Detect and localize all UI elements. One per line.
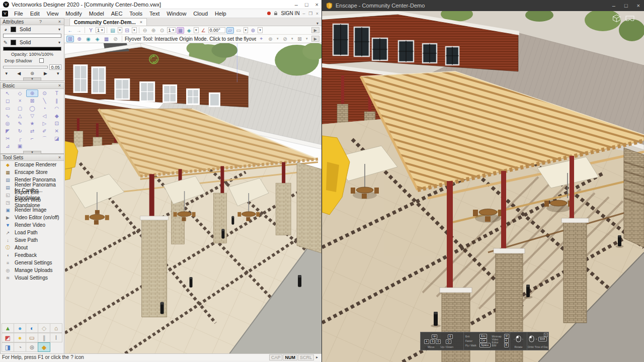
forward-view-button[interactable]: → — [75, 28, 83, 33]
select-similar-tool[interactable]: ▷ — [38, 120, 50, 127]
menu-text[interactable]: Text — [146, 10, 163, 17]
selection-tool[interactable]: ↖ — [2, 89, 14, 97]
view-number-select[interactable]: 1▾ — [96, 27, 105, 33]
fill-style-select[interactable]: Solid▾ — [18, 26, 62, 33]
menu-view[interactable]: View — [43, 10, 62, 17]
toolset-item-enscape-renderer[interactable]: ◆Enscape Renderer — [1, 161, 64, 168]
delete-tool[interactable]: × — [14, 97, 26, 105]
attribute-mapping-tool[interactable]: ⊡ — [51, 120, 63, 127]
tab-close-icon[interactable]: × — [140, 20, 142, 25]
flyover-tool[interactable]: ⊕ — [26, 89, 38, 97]
freehand-tool[interactable]: ∿ — [2, 112, 14, 120]
rectangle-tool[interactable]: ▭ — [2, 105, 14, 112]
tool-sets-close-button[interactable]: × — [57, 155, 62, 160]
fill-color-swatch[interactable] — [11, 27, 16, 32]
toolset-furniture-icon[interactable]: ▭ — [26, 333, 38, 342]
toolset-item-about[interactable]: ⓘAbout — [1, 244, 64, 251]
vw-close-button[interactable]: × — [315, 2, 318, 8]
layers-icon[interactable]: ▤ — [109, 28, 117, 33]
mode-working-plane-icon[interactable]: ◉ — [85, 36, 92, 42]
vw-minimize-button[interactable]: – — [295, 2, 298, 8]
drawing-canvas[interactable] — [65, 43, 321, 353]
zoom-in-page-icon[interactable]: ⊕ — [150, 28, 157, 33]
percent-mode-icon[interactable]: ⊠ — [296, 36, 303, 42]
enscape-close-button[interactable]: × — [637, 3, 640, 9]
menu-aec[interactable]: AEC — [108, 10, 126, 17]
polyline-tool[interactable]: ▽ — [26, 112, 38, 120]
zoom-level-select[interactable]: 1▾ — [167, 27, 176, 33]
rotation-angle-field[interactable]: 0.00° — [208, 27, 225, 33]
render-mode-icon[interactable]: ◈ — [185, 28, 193, 33]
toolset-building-icon[interactable]: ⌂ — [50, 323, 62, 333]
symbol-select[interactable]: ▾ — [258, 27, 263, 33]
circle-tool[interactable]: ◯ — [26, 105, 38, 112]
magnifier-icon[interactable]: ⊙ — [158, 28, 166, 33]
class-icon[interactable]: ⊟ — [123, 28, 131, 33]
toolset-item-enscape-store[interactable]: ▦Enscape Store — [1, 168, 64, 176]
sign-in-button[interactable]: SIGN IN — [281, 11, 299, 16]
toolset-pipes-icon[interactable]: ∥ — [38, 333, 50, 342]
gear-dropdown[interactable]: ▾ — [276, 37, 280, 41]
symbol-flower-icon[interactable]: ⊛ — [249, 28, 257, 33]
mode-interactive-origin-icon[interactable]: ⊞ — [66, 36, 74, 42]
layer-select[interactable]: ▾ — [118, 27, 123, 33]
back-view-button[interactable]: ← — [66, 28, 74, 33]
doc-restore-button[interactable]: ❐ — [308, 11, 313, 16]
snap-magnet-icon[interactable]: ⌖ — [258, 36, 265, 42]
toolset-item-save-path[interactable]: ↓Save Path — [1, 236, 64, 244]
eraser-tool[interactable]: ◪ — [51, 135, 63, 142]
callout-tool[interactable]: ◻ — [2, 97, 14, 105]
basic-close-button[interactable]: × — [57, 83, 62, 88]
offset-tool[interactable]: ⊿ — [2, 142, 14, 150]
toolset-item-general-settings[interactable]: ≡General Settings — [1, 259, 64, 266]
tab-list-dropdown[interactable]: ▾ — [313, 21, 321, 26]
chamfer-tool[interactable]: ⌒ — [38, 135, 50, 142]
menu-model[interactable]: Model — [86, 10, 108, 17]
layout-select[interactable]: ▾ — [244, 27, 249, 33]
fillet-tool[interactable]: ⌐ — [26, 135, 38, 142]
rounded-rectangle-tool[interactable]: ▢ — [14, 105, 26, 112]
start-marker-button[interactable]: ◀ — [17, 71, 21, 76]
page-layout-icon[interactable]: ▱ — [226, 27, 234, 34]
toolset-mouse-icon[interactable]: ◔ — [14, 342, 26, 352]
pen-preview-bar[interactable] — [3, 47, 61, 51]
toolset-enscape-shield-icon[interactable]: ◆ — [38, 342, 50, 352]
mode-grid-icon[interactable]: ▦ — [103, 36, 110, 42]
menu-window[interactable]: Window — [163, 10, 190, 17]
regular-polygon-tool[interactable]: ◆ — [51, 112, 63, 120]
vr-headset-icon[interactable] — [625, 14, 635, 22]
wand-tool[interactable]: ★ — [26, 120, 38, 127]
enscape-viewport[interactable] — [322, 11, 644, 362]
mode-look-at-icon[interactable]: ◈ — [94, 36, 101, 42]
percent-dropdown[interactable]: ▾ — [305, 37, 309, 41]
triangle-tool[interactable]: △ — [14, 112, 26, 120]
sheet-layout-icon[interactable]: ▭ — [235, 28, 243, 33]
enscape-maximize-button[interactable]: □ — [624, 3, 628, 9]
mode-overflow-button[interactable]: ▶ — [311, 36, 319, 42]
toolset-item-export-web[interactable]: ◳Export Web Standalone — [1, 199, 64, 206]
menu-modify[interactable]: Modify — [62, 10, 85, 17]
toolset-item-render-video[interactable]: ▼Render Video — [1, 221, 64, 229]
toolset-tile-icon[interactable]: ◇ — [38, 323, 50, 333]
line-weight-value[interactable]: 0.05 — [49, 64, 61, 70]
zoom-out-page-icon[interactable]: ⊖ — [141, 28, 149, 33]
ellipse-tool[interactable]: ◔ — [38, 105, 50, 112]
toolset-shapes-icon[interactable]: ◩ — [2, 333, 14, 342]
zoom-tool[interactable]: ⊙ — [38, 89, 50, 97]
toolset-item-feedback[interactable]: ◖Feedback — [1, 251, 64, 259]
text-tool[interactable]: T — [51, 89, 63, 97]
attributes-close-button[interactable]: × — [57, 19, 62, 24]
toolset-puzzle-icon[interactable]: ◨ — [2, 342, 14, 352]
pen-color-swatch[interactable] — [11, 40, 16, 45]
scissors-tool[interactable]: ✂ — [2, 135, 14, 142]
brush-tool[interactable]: ✎ — [14, 120, 26, 127]
eraser-mode-icon[interactable]: ⊘ — [281, 36, 289, 42]
drop-shadow-checkbox[interactable] — [39, 58, 44, 63]
end-marker-button[interactable]: ▶ — [44, 71, 47, 76]
toolset-item-video-editor[interactable]: ▶Video Editor (on/off) — [1, 214, 64, 221]
vw-maximize-button[interactable]: □ — [305, 2, 308, 8]
toolset-terrain-icon[interactable]: ▲ — [2, 323, 14, 333]
resize-tool[interactable]: ▣ — [14, 142, 26, 150]
menu-help[interactable]: Help — [211, 10, 230, 17]
toolset-item-visual-settings[interactable]: ≋Visual Settings — [1, 274, 64, 282]
